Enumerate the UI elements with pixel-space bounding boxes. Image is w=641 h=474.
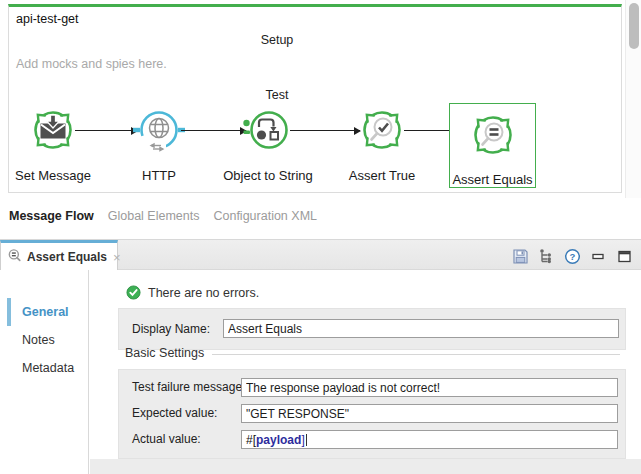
no-errors-check-icon (126, 285, 141, 300)
studio-screen: api-test-get Setup Add mocks and spies h… (0, 0, 641, 474)
save-icon[interactable] (511, 247, 529, 265)
display-name-label: Display Name: (132, 322, 210, 336)
sidebar-item-notes[interactable]: Notes (0, 328, 88, 352)
component-label: Set Message (5, 168, 101, 183)
display-name-group: Display Name: (118, 308, 626, 350)
expected-value-label: Expected value: (132, 406, 217, 420)
component-label: HTTP (111, 168, 207, 183)
properties-tab-label: Assert Equals (27, 250, 107, 264)
setup-hint: Add mocks and spies here. (16, 57, 167, 71)
properties-form: There are no errors. Display Name: Basic… (90, 270, 641, 474)
canvas-vertical-scrollbar[interactable] (625, 0, 641, 198)
component-label: Object to String (220, 168, 316, 183)
minimize-icon[interactable] (589, 247, 607, 265)
assert-equals-tab-icon (7, 248, 22, 267)
component-assert-true[interactable]: Assert True (334, 98, 430, 184)
properties-toolbar: ? (511, 245, 633, 267)
component-label: Assert True (334, 168, 430, 183)
expression-token: payload (256, 433, 301, 447)
properties-tab-assert-equals[interactable]: Assert Equals × (0, 240, 118, 271)
actual-value-input[interactable]: #[payload] (241, 430, 618, 449)
tab-configuration-xml[interactable]: Configuration XML (213, 209, 317, 223)
basic-settings-title: Basic Settings (125, 346, 204, 360)
status-row: There are no errors. (126, 285, 259, 300)
flow-title: api-test-get (16, 12, 79, 26)
editor-view-tabs: Message Flow Global Elements Configurati… (9, 209, 317, 223)
component-label: Assert Equals (450, 172, 535, 187)
close-tab-icon[interactable]: × (113, 250, 121, 265)
tab-global-elements[interactable]: Global Elements (108, 209, 200, 223)
sidebar-item-metadata[interactable]: Metadata (0, 356, 88, 380)
status-message: There are no errors. (148, 286, 259, 300)
help-icon[interactable]: ? (563, 247, 581, 265)
hierarchy-icon[interactable] (537, 247, 555, 265)
set-message-icon (27, 104, 79, 156)
assert-equals-icon (467, 109, 519, 161)
basic-settings-group: Test failure message: Expected value: Ac… (118, 369, 626, 459)
component-assert-equals[interactable]: Assert Equals (449, 103, 536, 188)
expression-suffix: ] (301, 433, 304, 447)
properties-sidebar: General Notes Metadata (0, 270, 89, 474)
component-set-message[interactable]: Set Message (5, 98, 101, 184)
maximize-icon[interactable] (615, 247, 633, 265)
expected-value-input[interactable] (241, 404, 618, 423)
test-failure-message-input[interactable] (241, 378, 618, 397)
section-divider (212, 354, 620, 355)
object-to-string-icon (242, 104, 294, 156)
setup-lane-label: Setup (9, 33, 545, 47)
sidebar-item-general[interactable]: General (0, 300, 88, 324)
expression-prefix: #[ (246, 433, 256, 447)
display-name-input[interactable] (223, 319, 619, 338)
properties-tabbar: Assert Equals × (0, 239, 641, 270)
http-icon (133, 104, 185, 156)
component-http[interactable]: HTTP (111, 98, 207, 184)
text-cursor (306, 434, 307, 446)
component-object-to-string[interactable]: Object to String (220, 98, 316, 184)
assert-true-icon (356, 104, 408, 156)
form-bottom-strip (90, 459, 641, 474)
scrollbar-thumb[interactable] (629, 3, 639, 49)
tab-message-flow[interactable]: Message Flow (9, 209, 94, 223)
test-failure-message-label: Test failure message: (132, 380, 245, 394)
actual-value-label: Actual value: (132, 432, 201, 446)
svg-text:?: ? (569, 251, 575, 262)
